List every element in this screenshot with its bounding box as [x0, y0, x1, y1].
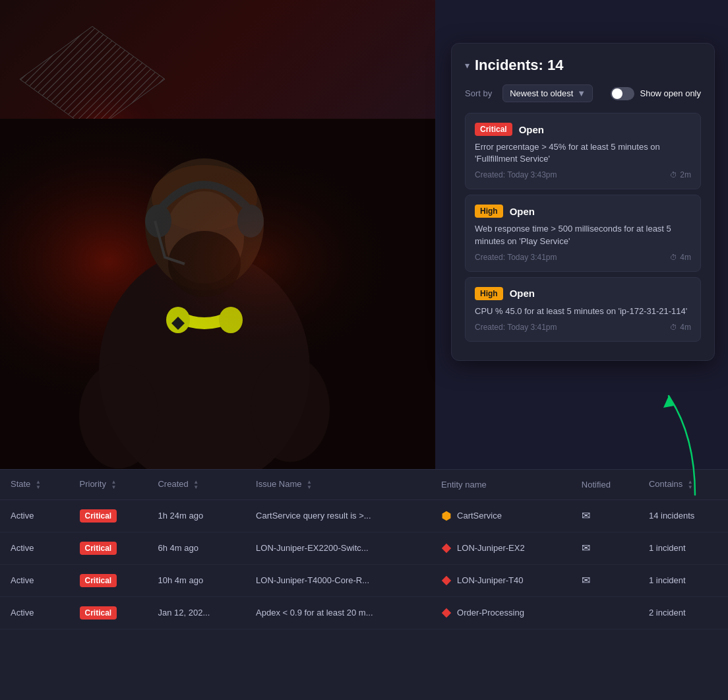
- incident-description: Web response time > 500 milliseconds for…: [475, 223, 691, 247]
- cell-created: Jan 12, 202...: [147, 596, 245, 629]
- cell-contains: 2 incident: [638, 596, 728, 629]
- email-icon: ✉: [582, 542, 590, 554]
- table-row[interactable]: Active Critical Jan 12, 202... Apdex < 0…: [0, 596, 728, 629]
- cell-entity-name: Order-Processing: [431, 596, 571, 629]
- cell-notified: ✉: [571, 532, 638, 564]
- cell-state: Active: [0, 596, 69, 629]
- incident-footer: Created: Today 3:41pm ⏱ 4m: [475, 323, 691, 332]
- col-created[interactable]: Created ▲▼: [147, 470, 245, 499]
- incident-description: Error percentage > 45% for at least 5 mi…: [475, 141, 691, 165]
- incident-header: High Open: [475, 287, 691, 300]
- svg-rect-16: [0, 119, 435, 475]
- toggle-row: Show open only: [611, 87, 701, 100]
- incident-created: Created: Today 3:41pm: [475, 253, 557, 262]
- svg-marker-18: [442, 511, 451, 520]
- cell-priority: Critical: [69, 596, 148, 629]
- sort-label: Sort by: [465, 88, 492, 98]
- svg-marker-20: [442, 575, 451, 585]
- incident-card-1[interactable]: High Open Web response time > 500 millis…: [465, 195, 701, 271]
- cell-state: Active: [0, 499, 69, 532]
- incident-card-0[interactable]: Critical Open Error percentage > 45% for…: [465, 113, 701, 189]
- incident-header: High Open: [475, 205, 691, 218]
- state-value: Active: [11, 575, 34, 585]
- diamond-icon: [441, 575, 452, 586]
- table-body: Active Critical 1h 24m ago CartService q…: [0, 499, 728, 629]
- col-issue-name[interactable]: Issue Name ▲▼: [245, 470, 431, 499]
- incident-footer: Created: Today 3:43pm ⏱ 2m: [475, 170, 691, 179]
- status-text: Open: [510, 288, 535, 299]
- panel-header: ▾ Incidents: 14: [465, 57, 701, 74]
- priority-badge: Critical: [475, 123, 512, 136]
- svg-marker-21: [442, 608, 451, 617]
- contains-value: 1 incident: [649, 575, 686, 585]
- entity-name-text: CartService: [457, 511, 502, 521]
- col-priority[interactable]: Priority ▲▼: [69, 470, 148, 499]
- incident-created: Created: Today 3:41pm: [475, 323, 557, 332]
- cell-contains: 1 incident: [638, 532, 728, 564]
- cell-notified: ✉: [571, 564, 638, 596]
- col-notified: Notified: [571, 470, 638, 499]
- cell-entity-name: CartService: [431, 499, 571, 532]
- table-row[interactable]: Active Critical 6h 4m ago LON-Juniper-EX…: [0, 532, 728, 564]
- cell-state: Active: [0, 532, 69, 564]
- entity-cell: CartService: [441, 511, 561, 521]
- clock-icon: ⏱: [670, 171, 677, 179]
- table-row[interactable]: Active Critical 10h 4m ago LON-Juniper-T…: [0, 564, 728, 596]
- email-icon: ✉: [582, 575, 590, 586]
- cell-notified: [571, 596, 638, 629]
- chevron-down-icon: ▼: [577, 88, 586, 98]
- incident-header: Critical Open: [475, 123, 691, 136]
- sort-dropdown[interactable]: Newest to oldest ▼: [502, 84, 593, 102]
- contains-value: 14 incidents: [649, 511, 694, 521]
- incidents-table: State ▲▼ Priority ▲▼ Created: [0, 470, 728, 629]
- state-value: Active: [11, 608, 34, 618]
- chevron-down-icon[interactable]: ▾: [465, 60, 470, 71]
- entity-cell: LON-Juniper-EX2: [441, 543, 561, 554]
- col-entity-name: Entity name: [431, 470, 571, 499]
- table-section: State ▲▼ Priority ▲▼ Created: [0, 469, 728, 700]
- incident-footer: Created: Today 3:41pm ⏱ 4m: [475, 253, 691, 262]
- clock-icon: ⏱: [670, 323, 677, 331]
- cell-priority: Critical: [69, 532, 148, 564]
- priority-badge: Critical: [80, 542, 117, 555]
- incident-cards-container: Critical Open Error percentage > 45% for…: [465, 113, 701, 342]
- svg-marker-19: [442, 543, 451, 552]
- cell-entity-name: LON-Juniper-T40: [431, 564, 571, 596]
- show-open-toggle[interactable]: [611, 87, 634, 100]
- sort-arrows-issue: ▲▼: [307, 480, 312, 490]
- incident-card-2[interactable]: High Open CPU % 45.0 for at least 5 minu…: [465, 277, 701, 342]
- status-text: Open: [519, 124, 544, 135]
- cell-issue-name: Apdex < 0.9 for at least 20 m...: [245, 596, 431, 629]
- incident-description: CPU % 45.0 for at least 5 minutes on 'ip…: [475, 305, 691, 317]
- cell-created: 10h 4m ago: [147, 564, 245, 596]
- entity-name-text: LON-Juniper-T40: [457, 575, 523, 585]
- cell-contains: 14 incidents: [638, 499, 728, 532]
- toggle-label: Show open only: [640, 88, 701, 98]
- cell-notified: ✉: [571, 499, 638, 532]
- green-arrow: [655, 383, 708, 504]
- incidents-panel: ▾ Incidents: 14 Sort by Newest to oldest…: [451, 43, 715, 361]
- status-text: Open: [510, 206, 535, 217]
- entity-cell: Order-Processing: [441, 608, 561, 618]
- cell-state: Active: [0, 564, 69, 596]
- cell-priority: Critical: [69, 499, 148, 532]
- col-state[interactable]: State ▲▼: [0, 470, 69, 499]
- sort-arrows-state: ▲▼: [36, 480, 41, 490]
- cell-issue-name: LON-Juniper-T4000-Core-R...: [245, 564, 431, 596]
- cell-priority: Critical: [69, 564, 148, 596]
- priority-badge: High: [475, 287, 503, 300]
- sort-value: Newest to oldest: [510, 88, 573, 98]
- cell-created: 6h 4m ago: [147, 532, 245, 564]
- priority-badge: Critical: [80, 509, 117, 523]
- entity-name-text: Order-Processing: [457, 608, 524, 618]
- entity-cell: LON-Juniper-T40: [441, 575, 561, 586]
- table-container: State ▲▼ Priority ▲▼ Created: [0, 470, 728, 629]
- priority-badge: High: [475, 205, 503, 218]
- table-row[interactable]: Active Critical 1h 24m ago CartService q…: [0, 499, 728, 532]
- priority-badge: Critical: [80, 574, 117, 587]
- sort-arrows-created: ▲▼: [193, 480, 198, 490]
- incident-time: ⏱ 2m: [670, 170, 691, 179]
- cell-created: 1h 24m ago: [147, 499, 245, 532]
- diamond-icon: [441, 543, 452, 554]
- svg-marker-1: [20, 26, 165, 132]
